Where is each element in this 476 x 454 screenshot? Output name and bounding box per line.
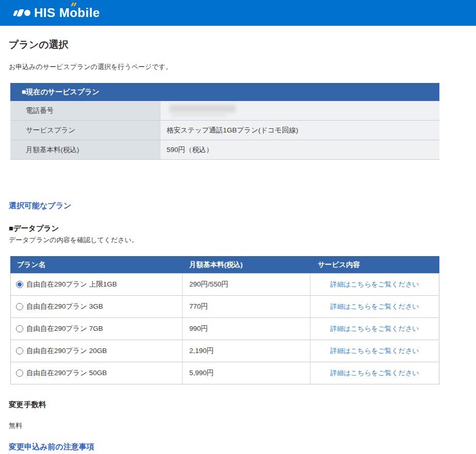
plan-radio-290-20gb[interactable] bbox=[16, 347, 23, 355]
phone-number-value bbox=[160, 101, 439, 120]
table-row: 自由自在290プラン 上限1GB 290円/550円 詳細はこちらをご覧ください bbox=[11, 273, 439, 295]
plan-name-label: 自由自在290プラン 20GB bbox=[26, 346, 107, 356]
table-row: サービスプラン 格安ステップ通話1GBプラン(ドコモ回線) bbox=[10, 121, 439, 140]
plan-name-label: 自由自在290プラン 3GB bbox=[26, 302, 103, 311]
phone-number-label: 電話番号 bbox=[10, 101, 160, 120]
data-plan-subheading: ■データプラン bbox=[9, 224, 476, 233]
data-plan-instruction: データプランの内容を確認してください。 bbox=[9, 236, 476, 245]
brand-text-accented-o: o bbox=[70, 6, 77, 20]
plan-selection-table: プラン名 月額基本料(税込) サービス内容 自由自在290プラン 上限1GB 2… bbox=[10, 256, 439, 384]
plan-detail-cell: 詳細はこちらをご覧ください bbox=[310, 296, 439, 317]
service-plan-value: 格安ステップ通話1GBプラン(ドコモ回線) bbox=[160, 121, 439, 140]
plan-price-cell: 5,990円 bbox=[183, 362, 310, 384]
his-mobile-logo: HIS Mobile bbox=[14, 6, 100, 20]
plan-radio-290-7gb[interactable] bbox=[16, 325, 23, 332]
plan-price-cell: 2,190円 bbox=[183, 340, 310, 362]
table-row: 自由自在290プラン 20GB 2,190円 詳細はこちらをご覧ください bbox=[11, 340, 439, 362]
brand-name: HIS Mobile bbox=[34, 6, 100, 20]
plan-detail-cell: 詳細はこちらをご覧ください bbox=[310, 340, 439, 362]
plan-price-cell: 290円/550円 bbox=[183, 274, 310, 295]
blur-block bbox=[170, 105, 236, 112]
column-header-service-detail: サービス内容 bbox=[311, 256, 439, 273]
table-row: 自由自在290プラン 7GB 990円 詳細はこちらをご覧ください bbox=[11, 317, 439, 340]
current-plan-table-title: ■現在のサービスプラン bbox=[10, 83, 439, 101]
plan-radio-290-3gb[interactable] bbox=[16, 303, 23, 310]
redacted-phone-number bbox=[167, 103, 239, 119]
plan-detail-cell: 詳細はこちらをご覧ください bbox=[310, 274, 439, 295]
detail-link[interactable]: 詳細はこちらをご覧ください bbox=[330, 368, 419, 378]
page-description: お申込みのサービスプランの選択を行うページです。 bbox=[9, 62, 476, 72]
plan-name-label: 自由自在290プラン 50GB bbox=[26, 368, 107, 378]
detail-link[interactable]: 詳細はこちらをご覧ください bbox=[330, 324, 419, 333]
table-row: 電話番号 bbox=[10, 101, 439, 121]
change-fee-value: 無料 bbox=[9, 421, 476, 430]
monthly-fee-label: 月額基本料(税込) bbox=[10, 140, 160, 159]
current-plan-table: ■現在のサービスプラン 電話番号 サービスプラン 格安ステップ通話1GBプラン(… bbox=[10, 83, 439, 160]
table-row: 月額基本料(税込) 590円（税込） bbox=[10, 140, 439, 160]
top-brand-bar: HIS Mobile bbox=[0, 0, 476, 26]
notice-heading: 変更申込み前の注意事項 bbox=[9, 442, 476, 452]
plan-option-cell: 自由自在290プラン 20GB bbox=[11, 340, 183, 362]
brand-text: HIS M bbox=[34, 6, 70, 20]
plan-option-cell: 自由自在290プラン 3GB bbox=[11, 296, 183, 317]
plan-detail-cell: 詳細はこちらをご覧ください bbox=[310, 362, 439, 384]
plan-price-cell: 770円 bbox=[183, 296, 310, 317]
detail-link[interactable]: 詳細はこちらをご覧ください bbox=[330, 280, 419, 289]
column-header-plan-name: プラン名 bbox=[10, 256, 183, 273]
table-row: 自由自在290プラン 3GB 770円 詳細はこちらをご覧ください bbox=[11, 295, 439, 317]
plan-name-label: 自由自在290プラン 7GB bbox=[26, 324, 103, 333]
monthly-fee-value: 590円（税込） bbox=[160, 140, 439, 159]
logo-dot-icon bbox=[24, 10, 30, 16]
plan-name-label: 自由自在290プラン 上限1GB bbox=[26, 280, 117, 289]
his-mobile-logo-icon bbox=[14, 9, 30, 16]
plan-detail-cell: 詳細はこちらをご覧ください bbox=[310, 318, 439, 340]
plan-option-cell: 自由自在290プラン 上限1GB bbox=[11, 274, 183, 295]
service-plan-label: サービスプラン bbox=[10, 121, 160, 140]
main-content: プランの選択 お申込みのサービスプランの選択を行うページです。 ■現在のサービス… bbox=[0, 38, 476, 454]
plan-radio-290-1gb[interactable] bbox=[16, 281, 23, 288]
plan-radio-290-50gb[interactable] bbox=[16, 369, 23, 377]
plan-price-cell: 990円 bbox=[183, 318, 310, 340]
page-title: プランの選択 bbox=[9, 38, 476, 52]
column-header-monthly-fee: 月額基本料(税込) bbox=[183, 256, 311, 273]
detail-link[interactable]: 詳細はこちらをご覧ください bbox=[330, 346, 419, 356]
change-fee-heading: 変更手数料 bbox=[9, 400, 476, 410]
detail-link[interactable]: 詳細はこちらをご覧ください bbox=[330, 302, 419, 311]
plan-option-cell: 自由自在290プラン 7GB bbox=[11, 318, 183, 340]
brand-text: bile bbox=[77, 6, 100, 20]
plan-option-cell: 自由自在290プラン 50GB bbox=[11, 362, 183, 384]
selectable-plans-heading: 選択可能なプラン bbox=[9, 201, 476, 211]
plan-table-header-row: プラン名 月額基本料(税込) サービス内容 bbox=[10, 256, 439, 273]
table-row: 自由自在290プラン 50GB 5,990円 詳細はこちらをご覧ください bbox=[11, 362, 439, 384]
blur-block bbox=[172, 112, 226, 116]
